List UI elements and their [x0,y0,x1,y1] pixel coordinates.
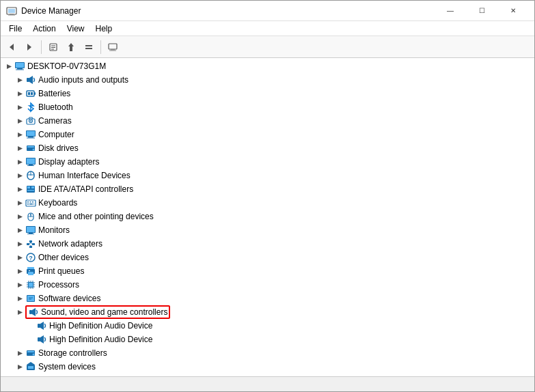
tree-item-network[interactable]: Network adapters [1,237,534,251]
network-expand[interactable] [14,238,25,249]
other-expand[interactable] [14,252,25,263]
print-expand[interactable] [14,266,25,277]
toolbar-separator-2 [100,40,101,54]
svg-marker-124 [18,365,23,369]
tree-item-hda1[interactable]: High Definition Audio Device [1,319,534,333]
svg-marker-48 [18,173,23,178]
tree-item-display[interactable]: Display adapters [1,155,534,169]
diskdrives-expand[interactable] [14,143,25,154]
tree-item-hda2[interactable]: High Definition Audio Device [1,333,534,346]
monitors-label: Monitors [38,225,70,235]
ideata-expand[interactable] [14,184,25,195]
tree-item-cameras[interactable]: Cameras [1,114,534,128]
update-driver-button[interactable] [63,39,79,55]
bluetooth-expand[interactable] [14,102,25,113]
audio-expand[interactable] [14,74,25,85]
diskdrives-icon [25,143,36,154]
window-controls: — ☐ ✕ [435,1,529,21]
tree-item-batteries[interactable]: Batteries [1,87,534,100]
keyboards-icon [25,197,36,208]
storage-expand[interactable] [14,348,25,359]
svg-rect-38 [27,138,35,139]
tree-item-sysdevices[interactable]: System devices [1,360,534,374]
close-button[interactable]: ✕ [497,1,529,21]
bluetooth-label: Bluetooth [38,102,73,112]
device-tree[interactable]: DESKTOP-0V73G1M Audio inputs and outputs [1,58,534,376]
properties-button[interactable] [45,39,61,55]
tree-item-storage[interactable]: Storage controllers [1,346,534,360]
batteries-expand[interactable] [14,88,25,99]
storage-label: Storage controllers [38,348,107,358]
tree-item-usb[interactable]: Universal Serial Bus controllers [1,374,534,376]
app-icon [6,5,17,16]
svg-rect-78 [29,240,32,242]
svg-marker-43 [18,160,23,165]
svg-marker-65 [18,214,23,219]
hid-expand[interactable] [14,170,25,181]
tree-item-print[interactable]: Print queues [1,264,534,278]
hda1-icon [36,320,47,331]
svg-marker-57 [18,201,23,206]
tree-item-audio[interactable]: Audio inputs and outputs [1,73,534,87]
monitors-expand[interactable] [14,225,25,236]
usb-expand[interactable] [14,375,25,376]
sound-expand[interactable] [14,307,25,318]
svg-rect-15 [109,50,116,51]
ideata-label: IDE ATA/ATAPI controllers [38,184,133,194]
svg-rect-2 [10,14,14,15]
processors-expand[interactable] [14,279,25,290]
keyboards-label: Keyboards [38,198,77,208]
tree-item-diskdrives[interactable]: Disk drives [1,141,534,155]
display-label: Display adapters [38,157,99,167]
menu-bar: File Action View Help [1,21,534,36]
root-expand[interactable] [3,61,14,72]
computer-expand[interactable] [14,129,25,140]
cameras-expand[interactable] [14,115,25,126]
menu-action[interactable]: Action [27,23,61,35]
scan-button[interactable] [105,39,121,55]
window-title: Device Manager [21,6,435,16]
tree-item-bluetooth[interactable]: Bluetooth [1,100,534,114]
menu-help[interactable]: Help [90,23,118,35]
svg-point-69 [30,214,31,216]
svg-marker-24 [18,92,23,96]
svg-marker-21 [18,78,23,83]
tree-item-ideata[interactable]: IDE ATA/ATAPI controllers [1,182,534,196]
storage-icon [25,348,36,359]
tree-item-other[interactable]: ? Other devices [1,251,534,264]
maximize-button[interactable]: ☐ [466,1,497,21]
mice-expand[interactable] [14,211,25,222]
minimize-button[interactable]: — [435,1,466,21]
tree-item-keyboards[interactable]: Keyboards [1,196,534,210]
tree-root[interactable]: DESKTOP-0V73G1M [1,59,534,73]
svg-rect-54 [27,186,30,188]
tree-item-sound[interactable]: Sound, video and game controllers [1,305,534,319]
svg-marker-30 [18,119,23,124]
sound-label: Sound, video and game controllers [41,307,167,317]
tree-item-software[interactable]: Software devices [1,292,534,305]
tree-item-computer[interactable]: Computer [1,128,534,141]
svg-rect-122 [27,351,34,352]
disable-button[interactable] [81,39,97,55]
software-expand[interactable] [14,293,25,304]
menu-view[interactable]: View [61,23,90,35]
svg-rect-20 [16,70,24,70]
svg-rect-58 [26,200,36,206]
display-expand[interactable] [14,156,25,167]
svg-rect-19 [17,68,23,70]
tree-item-processors[interactable]: Processors [1,278,534,292]
menu-file[interactable]: File [3,23,27,35]
back-button[interactable] [3,39,20,55]
audio-icon [25,74,36,85]
svg-rect-72 [27,227,35,232]
tree-item-mice[interactable]: Mice and other pointing devices [1,210,534,223]
network-label: Network adapters [38,239,102,249]
forward-button[interactable] [21,39,38,55]
svg-rect-22 [27,78,29,82]
svg-rect-90 [29,270,30,271]
tree-item-monitors[interactable]: Monitors [1,223,534,237]
keyboards-expand[interactable] [14,197,25,208]
svg-rect-89 [28,272,33,275]
sysdevices-expand[interactable] [14,361,25,372]
tree-item-hid[interactable]: Human Interface Devices [1,169,534,182]
